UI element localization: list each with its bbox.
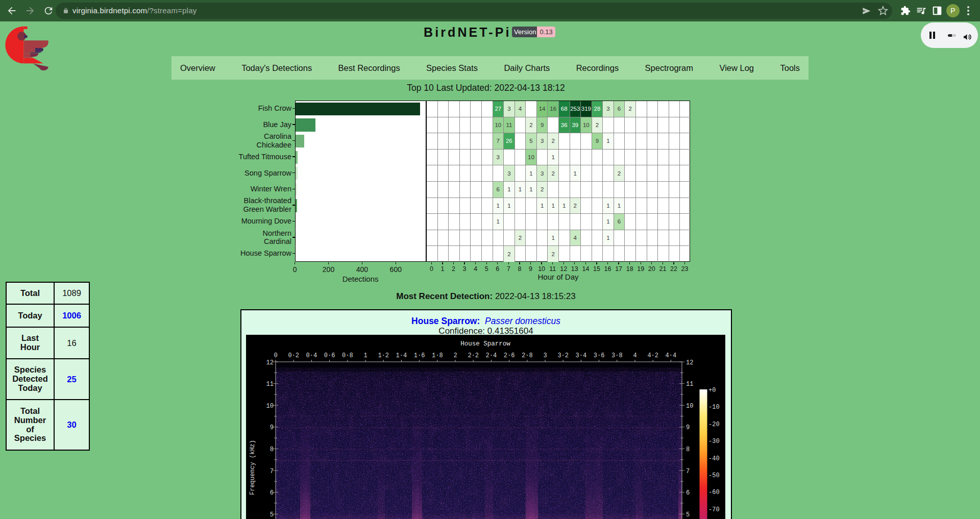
svg-text:3·4: 3·4 bbox=[575, 352, 586, 359]
svg-text:4: 4 bbox=[633, 352, 636, 359]
svg-text:2·2: 2·2 bbox=[468, 352, 479, 359]
svg-text:Frequency (kHz): Frequency (kHz) bbox=[249, 440, 256, 495]
svg-text:6: 6 bbox=[270, 489, 274, 497]
svg-text:1: 1 bbox=[363, 352, 367, 359]
svg-text:0·4: 0·4 bbox=[306, 352, 317, 359]
svg-text:-10: -10 bbox=[708, 404, 720, 411]
svg-text:9: 9 bbox=[270, 424, 274, 431]
svg-text:-20: -20 bbox=[708, 421, 720, 428]
svg-text:1·6: 1·6 bbox=[414, 352, 425, 359]
svg-text:10: 10 bbox=[686, 403, 693, 410]
svg-text:-40: -40 bbox=[708, 455, 720, 462]
svg-text:4·4: 4·4 bbox=[665, 352, 676, 359]
svg-text:8: 8 bbox=[686, 446, 690, 453]
svg-text:12: 12 bbox=[686, 359, 693, 366]
svg-text:3·6: 3·6 bbox=[594, 352, 605, 359]
svg-text:0·2: 0·2 bbox=[288, 352, 299, 359]
svg-text:-70: -70 bbox=[708, 506, 720, 513]
svg-text:2·4: 2·4 bbox=[485, 352, 497, 359]
svg-text:9: 9 bbox=[686, 424, 690, 431]
svg-text:8: 8 bbox=[270, 446, 274, 453]
svg-text:6: 6 bbox=[686, 489, 690, 497]
svg-text:3·8: 3·8 bbox=[611, 352, 623, 359]
svg-text:4·2: 4·2 bbox=[647, 352, 658, 359]
svg-text:7: 7 bbox=[270, 468, 274, 475]
svg-text:2·6: 2·6 bbox=[504, 352, 515, 359]
svg-text:-30: -30 bbox=[708, 438, 720, 445]
svg-text:-60: -60 bbox=[708, 489, 720, 496]
svg-text:2·8: 2·8 bbox=[522, 352, 533, 359]
svg-text:0·8: 0·8 bbox=[342, 352, 353, 359]
svg-text:+0: +0 bbox=[708, 387, 716, 394]
svg-text:5: 5 bbox=[686, 511, 690, 518]
svg-text:0: 0 bbox=[274, 352, 277, 359]
svg-text:1·8: 1·8 bbox=[432, 352, 443, 359]
svg-text:3: 3 bbox=[543, 352, 547, 359]
svg-text:House Sparrow: House Sparrow bbox=[460, 340, 510, 348]
svg-text:7: 7 bbox=[686, 468, 690, 475]
svg-text:2: 2 bbox=[453, 352, 457, 359]
svg-text:12: 12 bbox=[266, 359, 273, 366]
svg-text:11: 11 bbox=[686, 381, 693, 388]
svg-text:10: 10 bbox=[266, 403, 273, 410]
svg-text:11: 11 bbox=[266, 381, 273, 388]
svg-text:1·2: 1·2 bbox=[378, 352, 389, 359]
svg-text:1·4: 1·4 bbox=[396, 352, 407, 359]
svg-text:3·2: 3·2 bbox=[557, 352, 569, 359]
svg-text:0·6: 0·6 bbox=[324, 352, 335, 359]
svg-text:-50: -50 bbox=[708, 472, 720, 479]
svg-text:5: 5 bbox=[270, 511, 274, 518]
